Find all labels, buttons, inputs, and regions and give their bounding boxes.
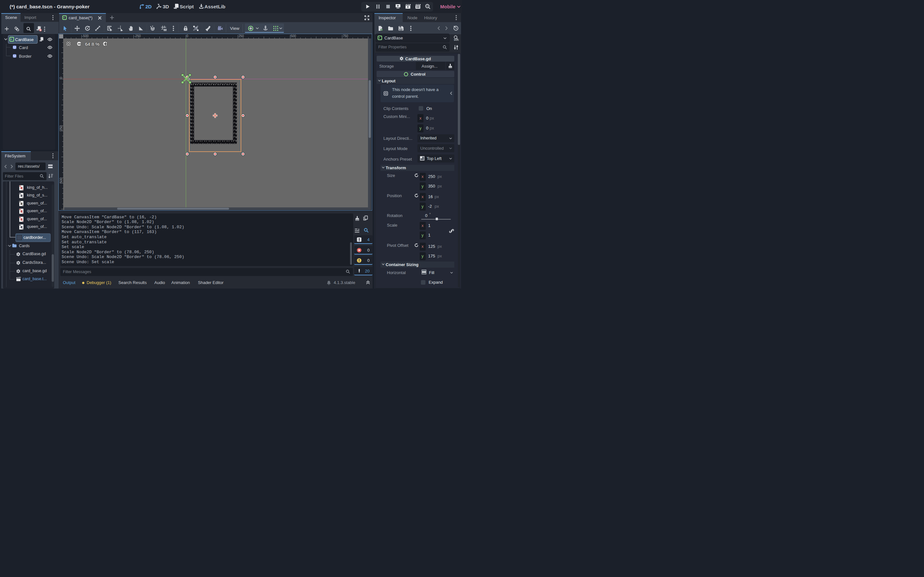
svg-text:DOC: DOC [454,39,459,41]
svg-text:64.8 %: 64.8 % [85,42,99,47]
